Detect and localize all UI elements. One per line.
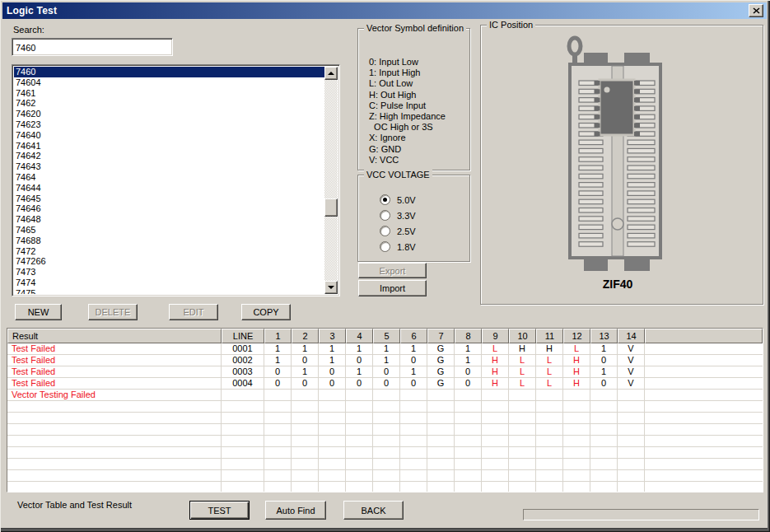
table-row [7, 459, 763, 470]
vector-cell [427, 447, 455, 459]
edit-button[interactable]: EDIT [169, 304, 218, 320]
ic-list-item[interactable]: 74623 [14, 119, 324, 130]
ic-list-item[interactable]: 7460 [14, 67, 324, 77]
vector-cell: 1 [346, 366, 373, 378]
line-cell: 0004 [222, 378, 264, 390]
filler-cell [645, 378, 763, 390]
table-row: Test Failed0003010101G0HLLH1V [7, 366, 763, 378]
vector-cell [292, 470, 319, 482]
ic-list-item[interactable]: 7462 [14, 98, 324, 109]
result-table-header-cell: 3 [319, 329, 346, 343]
ic-list-item[interactable]: 74641 [14, 141, 324, 152]
back-button[interactable]: BACK [343, 501, 404, 520]
result-cell [7, 401, 222, 413]
ic-list-item[interactable]: 7472 [14, 246, 324, 257]
scroll-up-button[interactable] [324, 67, 338, 80]
vector-cell [319, 470, 346, 482]
ic-list-item[interactable]: 74644 [14, 183, 324, 194]
vector-cell [618, 447, 645, 459]
ic-list-item[interactable]: 7475 [14, 288, 324, 294]
vector-cell [482, 436, 509, 447]
result-table-header-cell: 10 [509, 329, 536, 343]
delete-button[interactable]: DELETE [88, 304, 138, 320]
vector-cell [590, 447, 618, 459]
vector-cell [482, 470, 509, 482]
vector-cell: 0 [319, 378, 346, 390]
ic-list-item[interactable]: 747266 [14, 256, 324, 267]
result-table-header-filler [645, 329, 763, 343]
scroll-down-button[interactable] [324, 281, 338, 294]
close-button[interactable] [749, 4, 763, 17]
ic-list-item[interactable]: 74620 [14, 109, 324, 119]
vector-symbol-legend: 0: Input Low1: Input HighL: Out LowH: Ou… [369, 57, 446, 166]
vcc-radio-option[interactable]: 3.3V [380, 208, 416, 223]
vector-cell [618, 424, 645, 436]
vector-cell [563, 470, 590, 482]
ic-list-scrollbar[interactable] [324, 67, 338, 294]
search-input[interactable] [12, 38, 173, 56]
ic-list-item[interactable]: 74648 [14, 214, 324, 225]
vcc-radio-option[interactable]: 1.8V [380, 239, 416, 254]
vector-cell [264, 447, 292, 459]
ic-list-item[interactable]: 74688 [14, 236, 324, 246]
table-row: Test Failed0002101010G1HLLH0V [7, 355, 763, 366]
vector-cell [264, 424, 292, 436]
vector-cell: 1 [292, 366, 319, 378]
vector-cell [509, 459, 536, 470]
result-cell: Test Failed [7, 378, 222, 390]
ic-list-item[interactable]: 74642 [14, 151, 324, 161]
result-cell [7, 459, 222, 470]
result-table-header-cell: 2 [292, 329, 319, 343]
copy-button[interactable]: COPY [241, 304, 291, 320]
vector-cell: V [618, 378, 645, 390]
scrollbar-thumb[interactable] [324, 198, 338, 217]
vector-cell [536, 447, 563, 459]
result-table-header-cell: Result [7, 329, 222, 343]
vcc-radio-option[interactable]: 2.5V [380, 223, 416, 239]
vector-cell: 1 [400, 366, 427, 378]
ic-list-item[interactable]: 7473 [14, 267, 324, 278]
vector-cell [618, 470, 645, 482]
ic-list-item[interactable]: 74640 [14, 130, 324, 141]
vector-cell [373, 424, 400, 436]
vector-cell [346, 401, 373, 413]
vector-cell [618, 459, 645, 470]
result-table-body: Test Failed0001111111G1LHHL1VTest Failed… [7, 343, 763, 492]
vector-cell [400, 413, 427, 424]
table-row: Test Failed0004000000G0HLLH0V [7, 378, 763, 390]
ic-list-item[interactable]: 7464 [14, 172, 324, 183]
vector-cell [563, 482, 590, 492]
vector-cell: G [427, 366, 455, 378]
vector-cell: L [563, 343, 590, 355]
vector-cell [427, 436, 455, 447]
vector-cell [400, 390, 427, 401]
ic-list-item[interactable]: 74646 [14, 203, 324, 214]
vector-symbol-group-title: Vector Symbol definition [364, 22, 466, 34]
vector-symbol-line: 1: Input High [369, 68, 446, 78]
filler-cell [645, 343, 763, 355]
ic-list-item[interactable]: 7465 [14, 225, 324, 236]
ic-list-item[interactable]: 7474 [14, 278, 324, 288]
vector-cell [427, 390, 455, 401]
test-button[interactable]: TEST [189, 501, 250, 520]
ic-list-item[interactable]: 74645 [14, 194, 324, 204]
vector-cell [319, 390, 346, 401]
vector-cell: 1 [264, 343, 292, 355]
vector-cell [509, 401, 536, 413]
arrow-down-icon [328, 286, 334, 289]
export-button[interactable]: Export [358, 263, 427, 278]
vector-symbol-group: Vector Symbol definition 0: Input Low1: … [357, 28, 470, 170]
auto-find-button[interactable]: Auto Find [265, 501, 326, 520]
vector-cell [590, 470, 618, 482]
import-button[interactable]: Import [358, 280, 427, 296]
ic-list-item[interactable]: 74604 [14, 77, 324, 88]
vector-cell [618, 390, 645, 401]
result-cell [7, 413, 222, 424]
vcc-radio-label: 2.5V [397, 226, 416, 236]
ic-list-item[interactable]: 74643 [14, 161, 324, 172]
filler-cell [645, 413, 763, 424]
vector-cell [400, 459, 427, 470]
new-button[interactable]: NEW [15, 304, 62, 320]
vcc-radio-option[interactable]: 5.0V [380, 192, 416, 208]
ic-list-item[interactable]: 7461 [14, 88, 324, 99]
